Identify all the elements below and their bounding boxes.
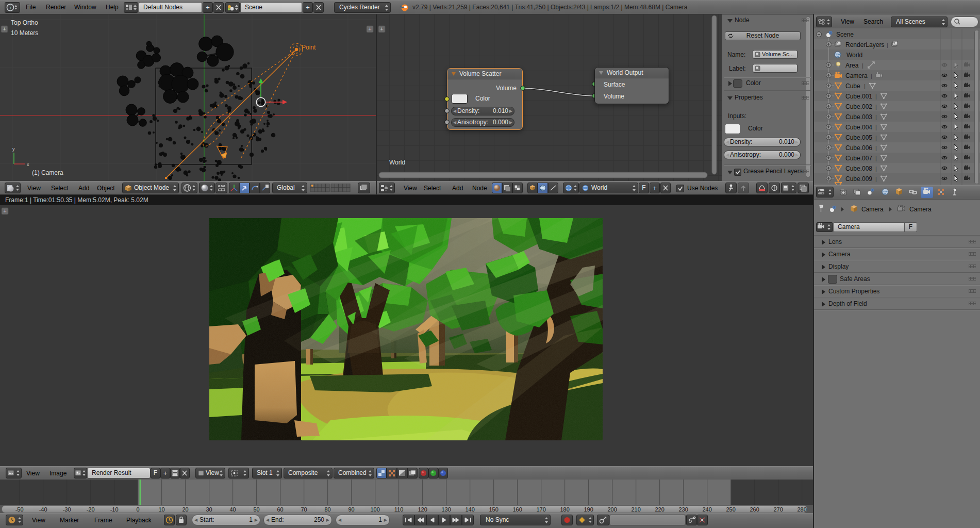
svg-text:x: x [27, 162, 29, 167]
svg-text:|: | [887, 42, 888, 48]
svg-text:0: 0 [137, 506, 140, 513]
svg-text:Cube: Cube [845, 82, 860, 90]
svg-text:Cube.008: Cube.008 [845, 165, 872, 172]
svg-text:160: 160 [512, 506, 522, 513]
svg-text:|: | [875, 166, 877, 172]
svg-text:Cube.002: Cube.002 [845, 103, 872, 110]
svg-text:230: 230 [678, 506, 688, 513]
svg-text:250: 250 [726, 506, 735, 513]
svg-text:-40: -40 [39, 506, 47, 513]
svg-text:|: | [875, 176, 877, 182]
svg-text:90: 90 [348, 506, 354, 513]
svg-text:40: 40 [229, 506, 236, 513]
svg-text:|: | [875, 145, 877, 151]
svg-text:Cube.004: Cube.004 [845, 124, 872, 131]
svg-text:110: 110 [394, 506, 404, 513]
svg-text:50: 50 [253, 506, 259, 513]
svg-text:180: 180 [560, 506, 569, 513]
svg-text:|: | [875, 114, 877, 120]
svg-text:|: | [875, 124, 877, 130]
svg-text:Cube.009: Cube.009 [845, 175, 872, 183]
svg-text:20: 20 [182, 506, 188, 513]
svg-text:60: 60 [277, 506, 283, 513]
svg-text:280: 280 [797, 506, 806, 513]
svg-text:200: 200 [607, 506, 617, 513]
svg-text:y: y [12, 146, 15, 152]
svg-text:210: 210 [631, 506, 640, 513]
svg-text:10 Meters: 10 Meters [11, 29, 38, 37]
svg-text:100: 100 [370, 506, 379, 513]
svg-text:240: 240 [702, 506, 711, 513]
svg-text:+: + [3, 26, 6, 32]
svg-text:World: World [389, 159, 405, 166]
svg-text:|: | [864, 83, 866, 89]
svg-text:70: 70 [301, 506, 307, 513]
svg-text:+: + [368, 26, 371, 32]
svg-text:-20: -20 [87, 506, 95, 513]
svg-text:270: 270 [773, 506, 783, 513]
svg-text:Camera: Camera [845, 72, 868, 79]
svg-text:i: i [10, 5, 11, 10]
svg-text:Top Ortho: Top Ortho [11, 19, 38, 26]
svg-text:190: 190 [584, 506, 593, 513]
svg-text:220: 220 [655, 506, 664, 513]
svg-text:|: | [871, 73, 872, 79]
svg-text:140: 140 [465, 506, 474, 513]
svg-text:Camera: Camera [861, 206, 884, 213]
svg-text:Scene: Scene [836, 31, 854, 38]
svg-text:130: 130 [441, 506, 451, 513]
svg-text:|: | [875, 155, 877, 161]
svg-text:RenderLayers: RenderLayers [845, 41, 884, 48]
svg-text:260: 260 [750, 506, 759, 513]
svg-text:World: World [846, 52, 862, 59]
svg-text:|: | [875, 135, 877, 141]
svg-text:|: | [875, 104, 877, 110]
svg-text:150: 150 [489, 506, 498, 513]
svg-text:|: | [875, 93, 877, 100]
svg-text:Cube.001: Cube.001 [845, 93, 872, 100]
svg-text:|: | [862, 62, 863, 69]
svg-text:-10: -10 [110, 506, 119, 513]
svg-text:-30: -30 [63, 506, 71, 513]
svg-text:Cube.003: Cube.003 [845, 113, 872, 121]
svg-text:170: 170 [536, 506, 545, 513]
svg-text:(1) Camera: (1) Camera [32, 169, 63, 176]
svg-text:120: 120 [418, 506, 427, 513]
svg-text:+: + [3, 208, 6, 214]
svg-text:30: 30 [206, 506, 212, 513]
svg-text:Cube.007: Cube.007 [845, 155, 872, 162]
svg-text:Camera: Camera [909, 206, 932, 213]
svg-text:-50: -50 [15, 506, 24, 513]
svg-text:Point: Point [302, 44, 316, 51]
svg-text:80: 80 [324, 506, 330, 513]
svg-text:+: + [380, 26, 383, 32]
svg-text:10: 10 [158, 506, 164, 513]
svg-text:Cube.006: Cube.006 [845, 144, 872, 152]
svg-text:Area: Area [845, 62, 859, 69]
svg-text:Cube.005: Cube.005 [845, 134, 872, 141]
